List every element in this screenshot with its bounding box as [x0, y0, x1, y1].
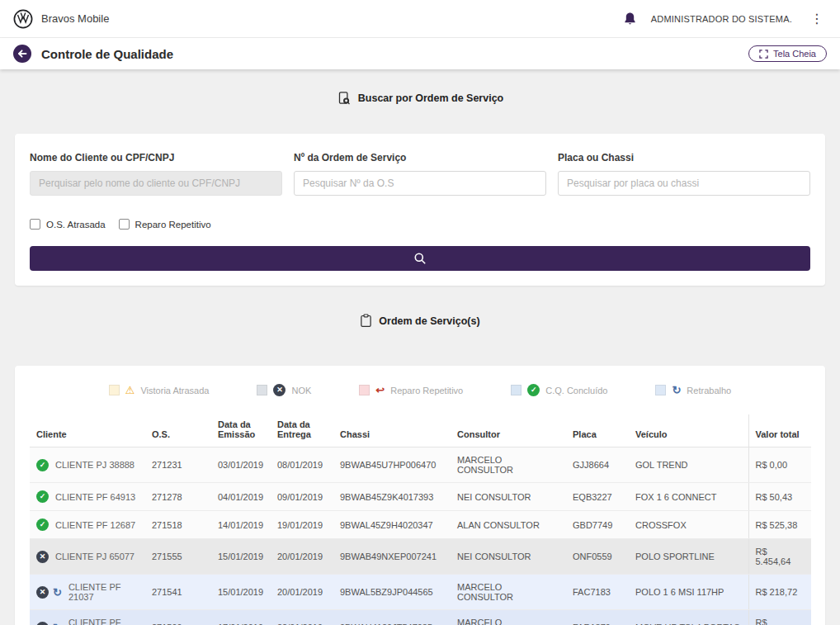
os-number: 271590 — [145, 610, 211, 625]
search-submit-button[interactable] — [30, 246, 810, 271]
table-row[interactable]: ✓CLIENTE PF 64913 271278 04/01/2019 09/0… — [30, 483, 811, 511]
table-row[interactable]: ✕CLIENTE PJ 65077 271555 15/01/2019 20/0… — [30, 539, 811, 575]
plate: FAR1879 — [566, 610, 629, 625]
status-nok-icon: ✕ — [36, 586, 49, 599]
reparo-repetitivo-checkbox[interactable]: Reparo Repetitivo — [119, 219, 211, 230]
vehicle: CROSSFOX — [629, 511, 748, 539]
client-name: CLIENTE PJ 65077 — [53, 552, 134, 561]
status-nok-icon: ✕ — [36, 622, 49, 625]
col-header-cliente: Cliente — [30, 414, 145, 447]
legend-retrabalho: ↻ Retrabalho — [655, 384, 731, 396]
search-section-title: Buscar por Ordem de Serviço — [358, 92, 503, 104]
nok-circle-icon: ✕ — [273, 384, 286, 396]
warning-triangle-icon: ⚠ — [125, 384, 135, 396]
notifications-bell-icon[interactable] — [624, 12, 636, 26]
chassis: 9BWAB49NXEP007241 — [333, 539, 451, 575]
refresh-icon: ↻ — [672, 384, 681, 396]
client-name: CLIENTE PF 5651 — [66, 618, 139, 625]
os-number: 271278 — [145, 483, 211, 511]
search-section-header: Buscar por Ordem de Serviço — [0, 91, 840, 106]
total-value: R$ 2.639,79 — [748, 610, 811, 625]
col-header-veiculo: Veículo — [629, 414, 748, 447]
col-header-valor: Valor total — [748, 414, 811, 447]
consultant: ALAN CONSULTOR — [451, 511, 566, 539]
fullscreen-button[interactable]: Tela Cheia — [748, 45, 827, 62]
os-atrasada-checkbox[interactable]: O.S. Atrasada — [30, 219, 106, 230]
client-search-input[interactable] — [30, 171, 282, 196]
emission-date: 15/01/2019 — [211, 539, 271, 575]
user-menu[interactable]: ADMINISTRADOR DO SISTEMA. — [651, 14, 792, 24]
brand-area: Bravos Mobile — [13, 9, 109, 29]
client-name: CLIENTE PF 12687 — [53, 520, 135, 530]
vehicle: MOVE UP TSI 4 PORTAS — [629, 610, 748, 625]
legend-cq-concluido: ✓ C.Q. Concluído — [511, 384, 607, 396]
table-row[interactable]: ✓CLIENTE PJ 38888 271231 03/01/2019 08/0… — [30, 447, 811, 483]
col-header-entrega: Data da Entrega — [271, 414, 333, 447]
orders-section-title: Ordem de Serviço(s) — [379, 315, 479, 327]
consultant: MARCELO CONSULTOR — [451, 447, 566, 483]
chassis: 9BWAL5BZ9JP044565 — [333, 575, 451, 610]
os-number-input[interactable] — [294, 171, 546, 196]
delivery-date: 09/01/2019 — [271, 483, 333, 511]
os-number: 271518 — [145, 511, 211, 539]
chassis: 9BWAL45Z9H4020347 — [333, 511, 451, 539]
emission-date: 03/01/2019 — [211, 447, 271, 483]
orders-table: Cliente O.S. Data da Emissão Data da Ent… — [30, 414, 811, 625]
swatch-vistoria — [109, 385, 120, 395]
status-retrabalho-icon: ↻ — [53, 623, 62, 625]
emission-date: 17/01/2019 — [211, 610, 271, 625]
vehicle: POLO SPORTLINE — [629, 539, 748, 575]
search-icon — [413, 252, 427, 265]
table-row[interactable]: ✓CLIENTE PF 12687 271518 14/01/2019 19/0… — [30, 511, 811, 539]
delivery-date: 20/01/2019 — [271, 575, 333, 610]
chassis: 9BWAB45Z9K4017393 — [333, 483, 451, 511]
consultant: NEI CONSULTOR — [451, 539, 566, 575]
table-row[interactable]: ✕↻CLIENTE PF 5651 271590 17/01/2019 22/0… — [30, 610, 811, 625]
repeat-arrow-icon: ↩ — [375, 384, 385, 396]
os-field-label: Nº da Ordem de Serviço — [294, 152, 546, 163]
total-value: R$ 525,38 — [748, 511, 811, 539]
plate-chassis-input[interactable] — [558, 171, 810, 196]
client-field-label: Nome do Cliente ou CPF/CNPJ — [30, 152, 282, 163]
delivery-date: 08/01/2019 — [271, 447, 333, 483]
kebab-menu-icon[interactable]: ⋮ — [807, 11, 827, 27]
os-number: 271231 — [145, 447, 211, 483]
emission-date: 14/01/2019 — [211, 511, 271, 539]
delivery-date: 22/01/2019 — [271, 610, 333, 625]
emission-date: 04/01/2019 — [211, 483, 271, 511]
plate: GJJ8664 — [566, 447, 629, 483]
legend-label: Reparo Repetitivo — [390, 386, 463, 395]
col-header-emissao: Data da Emissão — [211, 414, 271, 447]
table-row[interactable]: ✕↻CLIENTE PF 21037 271541 15/01/2019 20/… — [30, 575, 811, 610]
clipboard-icon — [360, 314, 372, 328]
status-check-icon: ✓ — [36, 459, 49, 471]
titlebar: Controle de Qualidade Tela Cheia — [0, 38, 840, 69]
topbar-actions: ADMINISTRADOR DO SISTEMA. ⋮ — [624, 11, 827, 27]
checkbox-box — [119, 219, 130, 230]
document-search-icon — [337, 91, 352, 106]
table-header-row: Cliente O.S. Data da Emissão Data da Ent… — [30, 414, 811, 447]
client-name: CLIENTE PF 64913 — [53, 492, 135, 502]
swatch-reparo — [359, 385, 370, 395]
legend-label: NOK — [291, 386, 311, 395]
plate-field-group: Placa ou Chassi — [558, 152, 810, 196]
reparo-repetitivo-label: Reparo Repetitivo — [135, 220, 211, 230]
col-header-placa: Placa — [566, 414, 629, 447]
back-button[interactable] — [13, 45, 31, 63]
swatch-concluido — [511, 385, 521, 395]
plate: EQB3227 — [566, 483, 629, 511]
status-retrabalho-icon: ↻ — [53, 587, 62, 598]
vehicle: FOX 1 6 CONNECT — [629, 483, 748, 511]
check-circle-icon: ✓ — [527, 384, 540, 396]
swatch-retrabalho — [655, 385, 666, 395]
page-title: Controle de Qualidade — [41, 47, 173, 61]
app-title: Bravos Mobile — [41, 12, 109, 25]
fullscreen-icon — [759, 50, 768, 59]
col-header-chassi: Chassi — [333, 414, 451, 447]
consultant: MARCELO CONSULTOR — [451, 610, 566, 625]
os-atrasada-label: O.S. Atrasada — [46, 220, 106, 230]
client-name: CLIENTE PF 21037 — [66, 582, 139, 602]
os-number: 271541 — [145, 575, 211, 610]
fullscreen-label: Tela Cheia — [773, 49, 816, 59]
plate: GBD7749 — [566, 511, 629, 539]
